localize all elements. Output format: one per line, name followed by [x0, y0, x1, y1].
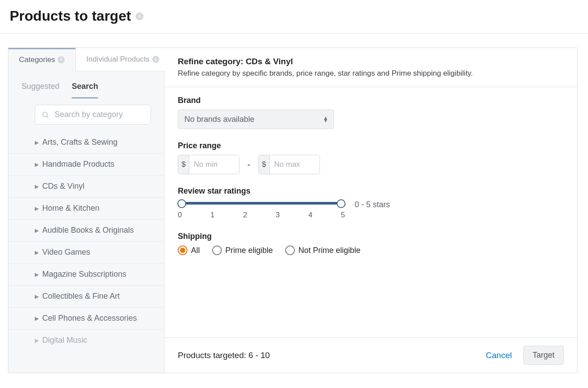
brand-dropdown-value: No brands available — [184, 115, 254, 124]
category-item[interactable]: ▶Handmade Products — [8, 154, 164, 176]
refine-subtitle: Refine category by specific brands, pric… — [178, 69, 564, 78]
search-icon — [41, 111, 49, 119]
chevron-right-icon: ▶ — [35, 205, 39, 212]
category-item-label: Arts, Crafts & Sewing — [42, 138, 118, 147]
chevron-right-icon: ▶ — [35, 337, 39, 344]
currency-symbol: $ — [178, 155, 189, 174]
category-item-label: Magazine Subscriptions — [42, 270, 126, 279]
slider-tick: 3 — [276, 211, 279, 220]
radio-label: All — [191, 246, 200, 255]
category-search-box[interactable] — [35, 105, 151, 124]
price-max-input[interactable] — [270, 155, 320, 174]
price-range-section: Price range $ - $ — [178, 141, 564, 174]
shipping-radio-all[interactable]: All — [178, 245, 200, 255]
slider-tick: 0 — [178, 211, 182, 220]
products-targeted-text: Products targeted: 6 - 10 — [178, 351, 270, 360]
brand-dropdown[interactable]: No brands available ▲▼ — [178, 110, 334, 129]
subtab-suggested[interactable]: Suggested — [22, 82, 59, 99]
star-ratings-label: Review star ratings — [178, 187, 564, 196]
slider-tick: 2 — [243, 211, 247, 220]
left-column: Categories i Individual Products i Sugge… — [8, 48, 165, 373]
radio-label: Prime eligible — [225, 246, 273, 255]
chevron-right-icon: ▶ — [35, 293, 39, 300]
category-item[interactable]: ▶Digital Music — [8, 329, 164, 351]
slider-ticks: 0 1 2 3 4 5 — [178, 211, 345, 220]
category-item[interactable]: ▶Magazine Subscriptions — [8, 264, 164, 286]
category-item-label: Home & Kitchen — [42, 204, 99, 213]
sub-tabs: Suggested Search — [8, 71, 164, 99]
slider-handle-min[interactable] — [177, 199, 186, 208]
shipping-label: Shipping — [178, 232, 564, 241]
price-range-label: Price range — [178, 141, 564, 150]
category-item[interactable]: ▶Cell Phones & Accessories — [8, 307, 164, 329]
chevron-right-icon: ▶ — [35, 315, 39, 322]
tab-categories-label: Categories — [19, 55, 55, 64]
category-list: ▶Arts, Crafts & Sewing ▶Handmade Product… — [8, 132, 164, 351]
chevron-right-icon: ▶ — [35, 271, 39, 278]
radio-label: Not Prime eligible — [298, 246, 360, 255]
category-item[interactable]: ▶Home & Kitchen — [8, 198, 164, 220]
star-ratings-section: Review star ratings 0 1 2 — [178, 187, 564, 220]
primary-tabs: Categories i Individual Products i — [8, 48, 164, 71]
subtab-search[interactable]: Search — [72, 82, 98, 99]
category-item[interactable]: ▶CDs & Vinyl — [8, 176, 164, 198]
slider-tick: 5 — [341, 211, 345, 220]
page-title: Products to target i — [10, 8, 578, 24]
category-item[interactable]: ▶Audible Books & Originals — [8, 220, 164, 242]
shipping-radio-not-prime[interactable]: Not Prime eligible — [285, 245, 360, 255]
category-item-label: Collectibles & Fine Art — [42, 292, 120, 301]
slider-handle-max[interactable] — [337, 199, 345, 208]
category-item-label: CDs & Vinyl — [42, 182, 85, 191]
refine-footer: Products targeted: 6 - 10 Cancel Target — [165, 337, 577, 373]
cancel-button[interactable]: Cancel — [482, 348, 515, 363]
shipping-section: Shipping All Prime eligible Not Prime — [178, 232, 564, 255]
price-max-input-group: $ — [258, 155, 320, 174]
radio-icon — [178, 245, 187, 255]
chevron-right-icon: ▶ — [35, 227, 39, 234]
refine-title: Refine category: CDs & Vinyl — [178, 57, 564, 66]
category-item[interactable]: ▶Collectibles & Fine Art — [8, 286, 164, 307]
chevron-right-icon: ▶ — [35, 183, 39, 190]
category-item-label: Digital Music — [42, 336, 87, 345]
tab-individual-products[interactable]: Individual Products i — [76, 48, 170, 71]
brand-label: Brand — [178, 96, 564, 105]
category-item-label: Audible Books & Originals — [42, 226, 134, 235]
price-min-input[interactable] — [189, 155, 239, 174]
ratings-readout: 0 - 5 stars — [355, 200, 390, 209]
targeting-panel: Categories i Individual Products i Sugge… — [8, 48, 577, 373]
currency-symbol: $ — [259, 155, 270, 174]
brand-section: Brand No brands available ▲▼ — [178, 96, 564, 129]
radio-icon — [285, 245, 295, 255]
category-item-label: Video Games — [42, 248, 90, 257]
svg-point-0 — [43, 112, 48, 117]
category-item[interactable]: ▶Arts, Crafts & Sewing — [8, 132, 164, 154]
radio-icon — [212, 245, 222, 255]
info-icon[interactable]: i — [58, 56, 65, 63]
info-icon[interactable]: i — [152, 56, 159, 63]
category-item-label: Cell Phones & Accessories — [42, 314, 137, 323]
header-divider — [0, 33, 588, 33]
chevron-right-icon: ▶ — [35, 161, 39, 168]
chevron-right-icon: ▶ — [35, 139, 39, 146]
slider-tick: 4 — [308, 211, 312, 220]
range-dash: - — [247, 160, 250, 170]
category-search-input[interactable] — [54, 110, 144, 120]
chevron-right-icon: ▶ — [35, 249, 39, 256]
tab-individual-label: Individual Products — [86, 55, 150, 64]
tab-categories[interactable]: Categories i — [8, 48, 76, 71]
refine-column: Refine category: CDs & Vinyl Refine cate… — [165, 48, 577, 373]
ratings-slider[interactable]: 0 1 2 3 4 5 — [178, 200, 345, 220]
slider-tick: 1 — [210, 211, 214, 220]
refine-header: Refine category: CDs & Vinyl Refine cate… — [165, 48, 577, 87]
info-icon[interactable]: i — [136, 12, 143, 20]
target-button[interactable]: Target — [523, 346, 564, 365]
shipping-radio-prime[interactable]: Prime eligible — [212, 245, 273, 255]
svg-line-1 — [47, 116, 48, 117]
price-min-input-group: $ — [178, 155, 239, 174]
category-item[interactable]: ▶Video Games — [8, 242, 164, 264]
category-item-label: Handmade Products — [42, 160, 114, 169]
dropdown-caret-icon: ▲▼ — [323, 117, 327, 122]
page-title-text: Products to target — [10, 8, 131, 24]
